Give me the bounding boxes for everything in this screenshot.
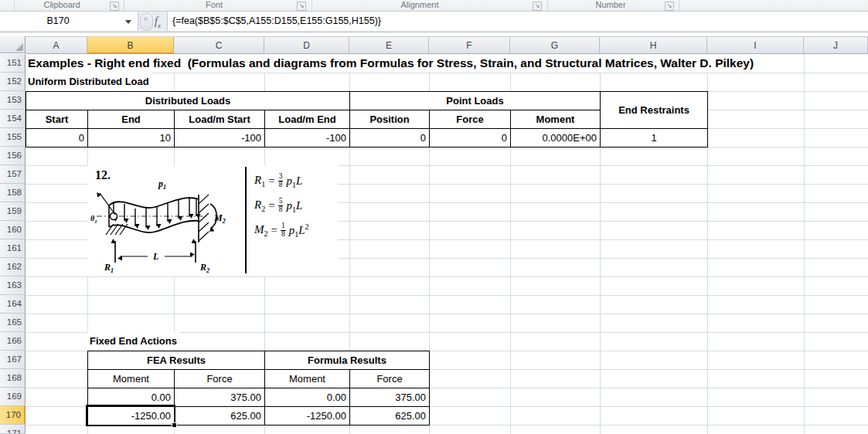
insert-function-icon[interactable]: fx [155, 13, 165, 30]
row-header-156[interactable]: 156 [0, 147, 26, 165]
cell-b166-label[interactable]: Fixed End Actions [87, 332, 180, 351]
cell-c155[interactable]: -100 [175, 129, 265, 147]
select-all-corner[interactable] [0, 36, 26, 53]
gridline-horizontal [26, 276, 868, 277]
active-cell-selection-border[interactable] [86, 405, 175, 426]
point-loads-header[interactable]: Point Loads [350, 92, 601, 110]
row-header-151[interactable]: 151 [0, 54, 26, 73]
gridline-vertical [804, 54, 805, 434]
alignment-dialog-launcher-icon[interactable]: ↘ [533, 2, 542, 11]
cell-c170[interactable]: 625.00 [175, 407, 265, 426]
end-restraints-header[interactable]: End Restraints [601, 92, 708, 129]
ribbon-separator [679, 0, 679, 11]
formula-m2: M2 = 18 p1L2 [254, 222, 336, 239]
fea-moment-header[interactable]: Moment [88, 370, 175, 388]
cell-d170[interactable]: -1250.00 [265, 407, 350, 426]
row-header-167[interactable]: 167 [0, 351, 26, 369]
cell-b155[interactable]: 10 [88, 129, 175, 147]
row-header-165[interactable]: 165 [0, 314, 26, 332]
ribbon-group-alignment: Alignment [373, 0, 466, 10]
svg-text:M2: M2 [213, 212, 226, 225]
ribbon-separator [547, 0, 548, 11]
row-header-169[interactable]: 169 [0, 388, 26, 406]
number-dialog-launcher-icon[interactable]: ↘ [665, 2, 674, 11]
row-header-164[interactable]: 164 [0, 295, 26, 314]
row-header-159[interactable]: 159 [0, 202, 26, 221]
column-header-C[interactable]: C [174, 37, 264, 54]
row-header-168[interactable]: 168 [0, 369, 26, 388]
column-header-A[interactable]: A [26, 37, 87, 54]
cell-h155[interactable]: 1 [601, 129, 708, 147]
col-header-moment[interactable]: Moment [511, 110, 601, 129]
formula-r1: R1 = 38 p1L [254, 173, 336, 189]
ribbon-group-font: Font [168, 0, 260, 10]
formula-bar-splitter[interactable] [140, 13, 153, 31]
formula-force-header[interactable]: Force [350, 370, 430, 388]
col-header-start[interactable]: Start [26, 110, 88, 129]
ribbon-separator [311, 0, 312, 11]
cell-a152-subtitle[interactable]: Uniform Distributed Load [26, 73, 152, 91]
beam-diagram: p1 θ1 M2 R1 R2 L [90, 175, 245, 275]
row-header-160[interactable]: 160 [0, 221, 26, 239]
cell-e169[interactable]: 375.00 [350, 388, 430, 407]
row-header-162[interactable]: 162 [0, 258, 26, 276]
col-header-load-m-start[interactable]: Load/m Start [175, 110, 265, 129]
row-header-163[interactable]: 163 [0, 276, 26, 295]
row-header-155[interactable]: 155 [0, 128, 26, 147]
fea-force-header[interactable]: Force [175, 370, 265, 388]
column-header-E[interactable]: E [349, 37, 429, 54]
formula-results-header[interactable]: Formula Results [265, 351, 430, 370]
col-header-end[interactable]: End [88, 110, 175, 129]
cell-e170[interactable]: 625.00 [350, 407, 430, 426]
row-header-171[interactable]: 171 [0, 425, 26, 434]
row-header-166[interactable]: 166 [0, 332, 26, 351]
row-header-158[interactable]: 158 [0, 184, 26, 202]
svg-text:L: L [152, 251, 158, 262]
cell-c169[interactable]: 375.00 [175, 388, 265, 407]
ribbon-group-number: Number [564, 0, 657, 10]
gridline-horizontal [26, 295, 868, 296]
beam-diagram-figure[interactable]: 12. [87, 165, 338, 276]
cell-d155[interactable]: -100 [265, 129, 350, 147]
cell-a155[interactable]: 0 [26, 129, 88, 147]
formula-moment-header[interactable]: Moment [265, 370, 350, 388]
column-header-G[interactable]: G [510, 37, 600, 54]
svg-text:R1: R1 [104, 262, 114, 274]
column-header-B[interactable]: B [87, 37, 174, 54]
name-box-dropdown-icon[interactable] [125, 20, 131, 24]
row-header-152[interactable]: 152 [0, 73, 26, 91]
col-header-load-m-end[interactable]: Load/m End [265, 110, 350, 129]
cell-e155[interactable]: 0 [350, 129, 430, 147]
row-header-154[interactable]: 154 [0, 110, 26, 128]
column-header-J[interactable]: J [804, 37, 868, 54]
fea-results-header[interactable]: FEA Results [88, 351, 265, 370]
column-header-I[interactable]: I [707, 37, 804, 54]
clipboard-dialog-launcher-icon[interactable]: ↘ [110, 2, 119, 11]
ribbon-separator [124, 0, 124, 11]
name-box-value: B170 [0, 12, 116, 31]
cell-f155[interactable]: 0 [430, 129, 511, 147]
excel-window: Clipboard ↘ Font ↘ Alignment ↘ Number ↘ … [0, 0, 868, 434]
cell-g155[interactable]: 0.0000E+00 [511, 129, 601, 147]
row-header-157[interactable]: 157 [0, 165, 26, 184]
figure-divider-line [245, 167, 247, 273]
cell-a151-title[interactable]: Examples - Right end fixed (Formulas and… [26, 54, 757, 73]
formula-input[interactable]: {=fea($B$5:$C$5,A155:D155,E155:G155,H155… [168, 12, 868, 31]
ribbon-separator [14, 0, 15, 11]
formula-r2: R2 = 58 p1L [254, 198, 336, 214]
font-dialog-launcher-icon[interactable]: ↘ [297, 2, 306, 11]
fill-handle[interactable] [172, 422, 177, 428]
row-header-153[interactable]: 153 [0, 91, 26, 110]
cell-b169[interactable]: 0.00 [88, 388, 175, 407]
row-header-170[interactable]: 170 [0, 406, 26, 425]
column-header-F[interactable]: F [429, 37, 510, 54]
distributed-loads-header[interactable]: Distributed Loads [26, 92, 350, 110]
col-header-position[interactable]: Position [350, 110, 430, 129]
column-header-D[interactable]: D [264, 37, 349, 54]
cell-d169[interactable]: 0.00 [265, 388, 350, 407]
column-header-H[interactable]: H [600, 37, 707, 54]
col-header-force[interactable]: Force [430, 110, 511, 129]
row-header-161[interactable]: 161 [0, 239, 26, 258]
ribbon-strip: Clipboard ↘ Font ↘ Alignment ↘ Number ↘ [0, 0, 868, 12]
name-box[interactable]: B170 [0, 12, 138, 31]
